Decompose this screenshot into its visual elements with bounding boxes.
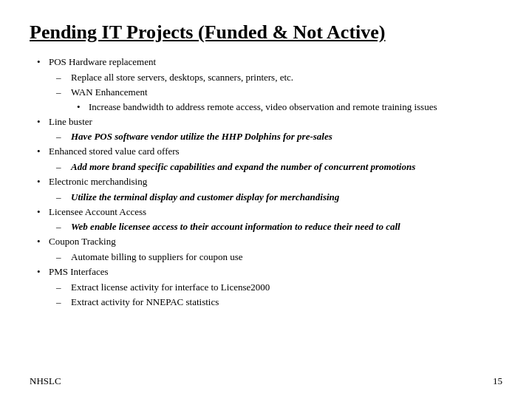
footer: NHSLC 15: [30, 375, 502, 387]
bullet-marker: •: [37, 55, 49, 69]
bullet-text: Extract license activity for interface t…: [71, 281, 270, 295]
list-item: • Enhanced stored value card offers: [30, 145, 502, 159]
list-item: – Utilize the terminal display and custo…: [30, 191, 502, 205]
bullet-marker: •: [37, 115, 49, 129]
bullet-text: PMS Interfaces: [49, 265, 109, 279]
bullet-marker: •: [77, 100, 89, 115]
list-item: – WAN Enhancement: [30, 86, 502, 100]
bullet-marker: •: [37, 235, 49, 249]
bullet-text: Licensee Account Access: [49, 205, 146, 219]
list-item: • Increase bandwidth to address remote a…: [30, 100, 502, 115]
bullet-marker: •: [37, 205, 49, 219]
list-item: – Replace all store servers, desktops, s…: [30, 71, 502, 85]
dash-marker: –: [56, 296, 71, 310]
bullet-text: POS Hardware replacement: [49, 55, 156, 69]
dash-marker: –: [56, 281, 71, 295]
bullet-text: Coupon Tracking: [49, 235, 116, 249]
footer-right: 15: [493, 375, 502, 387]
dash-marker: –: [56, 220, 71, 234]
bullet-marker: •: [37, 265, 49, 279]
list-item: • Line buster: [30, 115, 502, 129]
bullet-text: WAN Enhancement: [71, 86, 148, 100]
list-item: – Automate billing to suppliers for coup…: [30, 250, 502, 265]
dash-marker: –: [56, 130, 71, 144]
bullet-marker: •: [37, 145, 49, 159]
list-item: • Licensee Account Access: [30, 205, 502, 219]
list-item: – Have POS software vendor utilize the H…: [30, 130, 502, 144]
bullet-marker: •: [37, 175, 49, 189]
dash-marker: –: [56, 250, 71, 265]
list-item: – Web enable licensee access to their ac…: [30, 220, 502, 234]
list-item: • Coupon Tracking: [30, 235, 502, 249]
bullet-text: Replace all store servers, desktops, sca…: [71, 71, 293, 85]
bullet-text: Add more brand specific capabilities and…: [71, 160, 415, 174]
dash-marker: –: [56, 71, 71, 85]
list-item: – Extract activity for NNEPAC statistics: [30, 296, 502, 310]
bullet-text: Utilize the terminal display and custome…: [71, 191, 339, 205]
list-item: • PMS Interfaces: [30, 265, 502, 279]
bullet-text: Extract activity for NNEPAC statistics: [71, 296, 219, 310]
footer-left: NHSLC: [30, 375, 61, 387]
slide-title: Pending IT Projects (Funded & Not Active…: [30, 21, 502, 44]
dash-marker: –: [56, 86, 71, 100]
dash-marker: –: [56, 191, 71, 205]
slide: Pending IT Projects (Funded & Not Active…: [0, 0, 532, 399]
content-area: • POS Hardware replacement – Replace all…: [30, 55, 502, 309]
list-item: – Extract license activity for interface…: [30, 281, 502, 295]
dash-marker: –: [56, 160, 71, 174]
list-item: • POS Hardware replacement: [30, 55, 502, 69]
bullet-text: Automate billing to suppliers for coupon…: [71, 250, 243, 265]
bullet-text: Web enable licensee access to their acco…: [71, 220, 400, 234]
list-item: – Add more brand specific capabilities a…: [30, 160, 502, 174]
bullet-text: Have POS software vendor utilize the HHP…: [71, 130, 332, 144]
bullet-text: Enhanced stored value card offers: [49, 145, 180, 159]
bullet-text: Electronic merchandising: [49, 175, 147, 189]
bullet-text: Line buster: [49, 115, 92, 129]
bullet-text: Increase bandwidth to address remote acc…: [89, 100, 437, 115]
list-item: • Electronic merchandising: [30, 175, 502, 189]
